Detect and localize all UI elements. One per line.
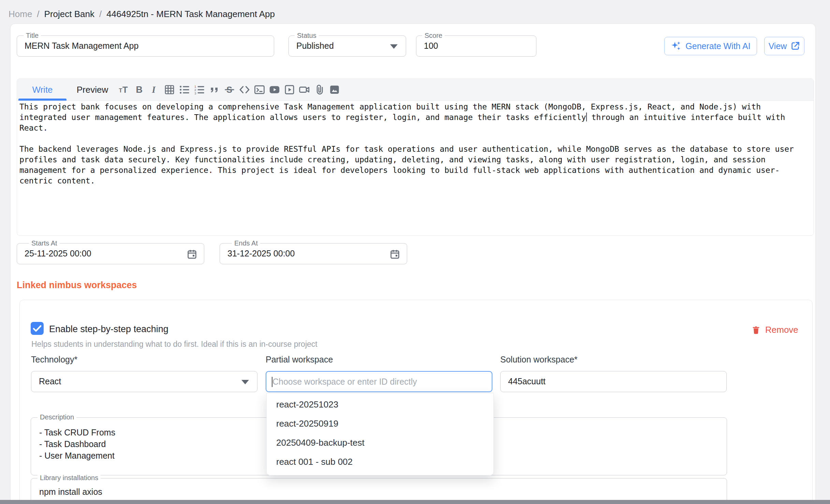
chevron-down-icon [390, 44, 398, 49]
markdown-editor: Write Preview TT B I [17, 78, 814, 236]
tab-write-label: Write [32, 85, 53, 95]
view-button[interactable]: View [764, 37, 804, 55]
view-button-label: View [769, 41, 787, 51]
solution-workspace-input[interactable]: 445acuutt [500, 371, 727, 392]
enable-teaching-checkbox[interactable] [31, 322, 44, 335]
solution-workspace-value: 445acuutt [501, 371, 726, 391]
workspace-option[interactable]: react 001 - sub 002 [267, 452, 493, 471]
breadcrumb-separator: / [99, 9, 102, 19]
workspace-option[interactable]: react-20250919 [267, 414, 493, 433]
editor-textarea[interactable]: This project bank focuses on developing … [19, 101, 812, 235]
videocam-icon[interactable] [298, 83, 311, 96]
trash-icon [751, 325, 761, 335]
video-embed-icon[interactable] [283, 83, 296, 96]
library-installations-label: Library installations [38, 474, 101, 482]
breadcrumb-separator: / [37, 9, 39, 19]
terminal-icon[interactable] [253, 83, 266, 96]
enable-teaching-helper-text: Helps students in understanding what to … [31, 340, 317, 349]
bold-icon[interactable]: B [133, 83, 146, 96]
status-select-label: Status [295, 32, 319, 40]
technology-select[interactable]: React [31, 371, 257, 392]
title-field-label: Title [24, 32, 41, 40]
library-line: npm install axios [39, 486, 727, 498]
enable-teaching-label: Enable step-by-step teaching [49, 324, 168, 335]
breadcrumb: Home / Project Bank / 4464925tn - MERN T… [9, 9, 275, 19]
svg-text:T: T [122, 85, 128, 94]
italic-icon[interactable]: I [148, 83, 161, 96]
workspace-options-dropdown: react-20251023 react-20250919 20250409-b… [266, 393, 494, 475]
score-field-label: Score [422, 32, 445, 40]
page: Home / Project Bank / 4464925tn - MERN T… [0, 0, 830, 504]
technology-select-value: React [31, 371, 257, 391]
numbered-list-icon[interactable]: 123 [193, 83, 206, 96]
partial-workspace-placeholder: Choose workspace or enter ID directly [272, 377, 417, 387]
description-label: Description [38, 413, 76, 421]
format-size-icon[interactable]: TT [118, 83, 131, 96]
check-icon [31, 322, 44, 335]
table-icon[interactable] [163, 83, 176, 96]
attachment-icon[interactable] [313, 83, 326, 96]
external-link-icon [790, 41, 800, 51]
editor-paragraph-2: The backend leverages Node.js and Expres… [19, 145, 799, 185]
generate-with-ai-button[interactable]: Generate With AI [664, 37, 757, 55]
editor-tabbar: Write Preview TT B I [17, 79, 814, 101]
svg-text:B: B [136, 85, 143, 95]
generate-with-ai-button-label: Generate With AI [685, 41, 750, 51]
svg-text:I: I [152, 85, 156, 95]
workspace-option[interactable]: react-20251023 [267, 395, 493, 414]
breadcrumb-project-bank-link[interactable]: Project Bank [44, 9, 94, 19]
tab-preview-label: Preview [77, 85, 108, 95]
code-icon[interactable] [238, 83, 251, 96]
solution-workspace-label: Solution workspace* [500, 355, 578, 365]
partial-workspace-input[interactable]: Choose workspace or enter ID directly [266, 371, 492, 392]
breadcrumb-current-page: 4464925tn - MERN Task Management App [106, 9, 275, 19]
calendar-icon[interactable] [389, 248, 401, 260]
tab-write[interactable]: Write [18, 79, 66, 101]
svg-text:3: 3 [194, 91, 196, 95]
breadcrumb-home-link[interactable]: Home [9, 9, 32, 19]
title-field[interactable]: MERN Task Management App [17, 35, 274, 57]
svg-text:T: T [119, 87, 122, 93]
title-field-value: MERN Task Management App [17, 36, 274, 56]
linked-workspaces-heading: Linked nimbus workspaces [17, 280, 137, 291]
technology-label: Technology* [31, 355, 77, 365]
workspace-card: Enable step-by-step teaching Helps stude… [19, 300, 813, 504]
chevron-down-icon [241, 380, 249, 384]
bulleted-list-icon[interactable] [178, 83, 191, 96]
main-form-card: Title MERN Task Management App Status Pu… [10, 24, 816, 504]
sparkle-ai-icon [671, 41, 682, 51]
strikethrough-icon[interactable]: S [223, 83, 236, 96]
horizontal-scrollbar[interactable] [0, 500, 830, 504]
calendar-icon[interactable] [186, 248, 198, 260]
image-icon[interactable] [328, 83, 341, 96]
ends-at-label: Ends At [232, 239, 260, 247]
partial-workspace-label: Partial workspace [266, 355, 333, 365]
youtube-icon[interactable] [268, 83, 281, 96]
remove-workspace-button-label: Remove [765, 325, 798, 335]
remove-workspace-button[interactable]: Remove [751, 325, 798, 335]
tab-preview[interactable]: Preview [68, 79, 117, 101]
blockquote-icon[interactable] [208, 83, 221, 96]
workspace-option[interactable]: 20250409-backup-test [267, 433, 493, 452]
starts-at-label: Starts At [29, 239, 60, 247]
